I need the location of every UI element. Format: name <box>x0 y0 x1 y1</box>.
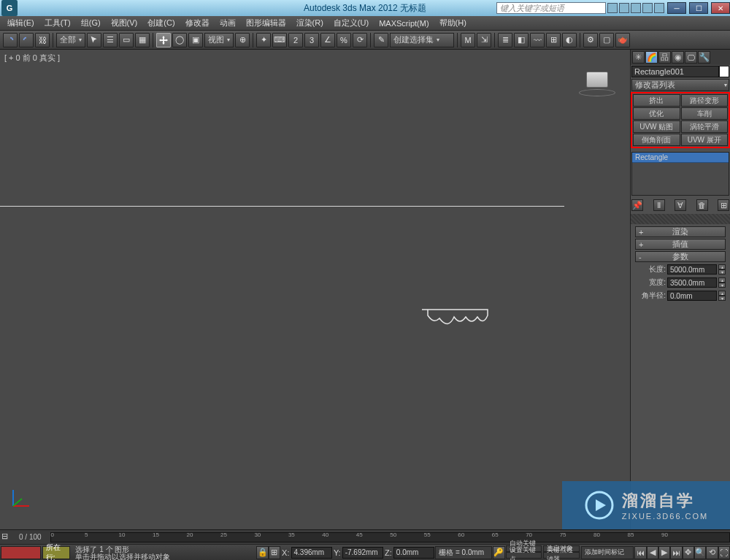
percent-snap-button[interactable]: % <box>337 33 351 47</box>
modifier-list-dropdown[interactable]: 修改器列表▾ <box>631 79 729 91</box>
viewport[interactable]: [ + 0 前 0 真实 ] <box>0 50 630 529</box>
mod-uvwmap-button[interactable]: UVW 贴图 <box>633 120 680 133</box>
schematic-view-button[interactable]: ⊞ <box>546 33 561 47</box>
param-length-spinner[interactable]: ▴▾ <box>718 264 726 275</box>
coord-z-input[interactable]: 0.0mm <box>393 547 434 559</box>
viewport-label[interactable]: [ + 0 前 0 真实 ] <box>4 53 60 64</box>
mod-bevelprofile-button[interactable]: 倒角剖面 <box>633 134 680 146</box>
motion-tab-icon[interactable]: ◉ <box>672 51 684 64</box>
mod-extrude-button[interactable]: 挤出 <box>633 94 680 107</box>
redo-button[interactable] <box>19 33 34 47</box>
coord-y-input[interactable]: -7.692mm <box>342 547 383 559</box>
coord-x-input[interactable]: 4.396mm <box>291 547 332 559</box>
setkey-button[interactable]: 设置关键点 <box>506 552 542 559</box>
mod-pathdeform-button[interactable]: 路径变形 <box>681 94 729 107</box>
nav-orbit-icon[interactable]: ⟲ <box>706 546 718 559</box>
menu-edit[interactable]: 编辑(E) <box>7 18 34 28</box>
timeline-track[interactable]: 0 5 10 15 20 25 30 35 40 45 50 55 60 65 … <box>50 532 730 542</box>
remove-modifier-icon[interactable]: 🗑 <box>696 199 708 211</box>
menu-render[interactable]: 渲染(R) <box>296 18 323 28</box>
render-frame-button[interactable]: ▢ <box>599 33 614 47</box>
modify-tab-icon[interactable]: 🌈 <box>645 51 658 64</box>
nav-pan-icon[interactable]: ✥ <box>683 546 694 559</box>
spinner-snap-button[interactable]: ⟳ <box>353 33 367 47</box>
create-tab-icon[interactable]: ✳ <box>632 51 645 64</box>
window-crossing-button[interactable]: ▦ <box>135 33 150 47</box>
maxscript-mini-listener[interactable] <box>1 546 41 559</box>
utilities-tab-icon[interactable]: 🔧 <box>698 51 710 64</box>
playback-start-icon[interactable]: ⏮ <box>634 546 646 559</box>
param-radius-input[interactable]: 0.0mm <box>667 291 717 301</box>
menu-help[interactable]: 帮助(H) <box>439 18 466 28</box>
menu-group[interactable]: 组(G) <box>81 18 101 28</box>
select-by-name-button[interactable]: ☰ <box>103 33 118 47</box>
playback-next-icon[interactable]: ⏭ <box>670 546 682 559</box>
angle-snap-button[interactable]: ∠ <box>320 33 335 47</box>
rollout-params[interactable]: -参数 <box>635 251 726 262</box>
timeline[interactable]: ⊟ 0 / 100 0 5 10 15 20 25 30 35 40 45 50… <box>0 529 730 544</box>
mod-lathe-button[interactable]: 车削 <box>681 107 729 120</box>
object-name-field[interactable]: Rectangle001 <box>631 66 719 77</box>
pin-stack-icon[interactable]: 📌 <box>631 199 643 211</box>
keyboard-shortcut-button[interactable]: ⌨ <box>272 33 287 47</box>
playback-play-icon[interactable]: ▶ <box>658 546 670 559</box>
select-and-scale-button[interactable]: ▣ <box>188 33 203 47</box>
graphite-button[interactable]: ◧ <box>514 33 529 47</box>
lock-selection-icon[interactable]: 🔒 <box>256 546 268 559</box>
modifier-stack[interactable]: Rectangle <box>631 152 729 196</box>
select-object-button[interactable] <box>87 33 101 47</box>
spline-object[interactable] <box>420 308 491 330</box>
material-editor-button[interactable]: ◐ <box>562 33 577 47</box>
named-selection-dropdown[interactable]: 创建选择集▾ <box>390 33 454 47</box>
menu-customize[interactable]: 自定义(U) <box>334 18 369 28</box>
snap-toggle-3d[interactable]: 3 <box>304 33 319 47</box>
viewcube-icon[interactable] <box>586 72 608 88</box>
menu-animation[interactable]: 动画 <box>220 18 236 28</box>
link-button[interactable]: ⛓ <box>35 33 50 47</box>
select-and-move-button[interactable] <box>156 33 171 47</box>
select-and-rotate-button[interactable]: ◯ <box>172 33 187 47</box>
snap-toggle-2d[interactable]: 2 <box>288 33 303 47</box>
hierarchy-tab-icon[interactable]: 品 <box>658 51 671 64</box>
menu-view[interactable]: 视图(V) <box>111 18 138 28</box>
menu-graph-editor[interactable]: 图形编辑器 <box>246 18 286 28</box>
absolute-coord-icon[interactable]: ⊞ <box>269 546 280 559</box>
timeline-config-icon[interactable]: ⊟ <box>1 532 13 543</box>
mod-turbosmooth-button[interactable]: 涡轮平滑 <box>681 120 729 133</box>
row-indicator[interactable]: 所在行: <box>42 546 71 559</box>
make-unique-icon[interactable]: ∀ <box>675 199 686 211</box>
render-button[interactable]: 🫖 <box>615 33 630 47</box>
curve-editor-button[interactable]: 〰 <box>530 33 545 47</box>
menu-create[interactable]: 创建(C) <box>147 18 174 28</box>
menu-modifier[interactable]: 修改器 <box>185 18 210 28</box>
nav-maximize-icon[interactable]: ⛶ <box>718 546 730 559</box>
object-color-swatch[interactable] <box>719 66 729 77</box>
add-time-tag-button[interactable]: 添加时间标记 <box>581 546 634 559</box>
mod-uvwunwrap-button[interactable]: UVW 展开 <box>681 134 729 146</box>
select-manipulate-button[interactable]: ✦ <box>256 33 271 47</box>
param-width-input[interactable]: 3500.0mm <box>667 277 717 288</box>
mirror-button[interactable]: M <box>461 33 475 47</box>
param-width-spinner[interactable]: ▴▾ <box>718 277 726 288</box>
mod-optimize-button[interactable]: 优化 <box>633 107 680 120</box>
stack-item-rectangle[interactable]: Rectangle <box>632 153 729 163</box>
menu-tools[interactable]: 工具(T) <box>45 18 71 28</box>
rectangular-selection-button[interactable]: ▭ <box>119 33 134 47</box>
key-mode-icon[interactable]: 🔑 <box>493 546 504 559</box>
key-filter-button[interactable]: 关键点过滤器 <box>543 552 580 559</box>
edit-named-selection-button[interactable]: ✎ <box>374 33 388 47</box>
render-setup-button[interactable]: ⚙ <box>583 33 598 47</box>
selection-filter-dropdown[interactable]: 全部▾ <box>56 33 85 47</box>
playback-prev-icon[interactable]: ◀ <box>647 546 658 559</box>
use-pivot-center-button[interactable]: ⊕ <box>235 33 250 47</box>
rollout-interp[interactable]: +插值 <box>635 239 726 250</box>
undo-button[interactable] <box>3 33 18 47</box>
menu-maxscript[interactable]: MAXScript(M) <box>379 19 429 28</box>
reference-coord-dropdown[interactable]: 视图▾ <box>204 33 234 47</box>
display-tab-icon[interactable]: 🖵 <box>685 51 697 64</box>
layers-button[interactable]: ≣ <box>498 33 512 47</box>
show-endresult-icon[interactable]: Ⅱ <box>653 199 665 211</box>
param-radius-spinner[interactable]: ▴▾ <box>718 291 726 301</box>
configure-sets-icon[interactable]: ⊞ <box>718 199 729 211</box>
rollout-render[interactable]: +渲染 <box>635 226 726 237</box>
